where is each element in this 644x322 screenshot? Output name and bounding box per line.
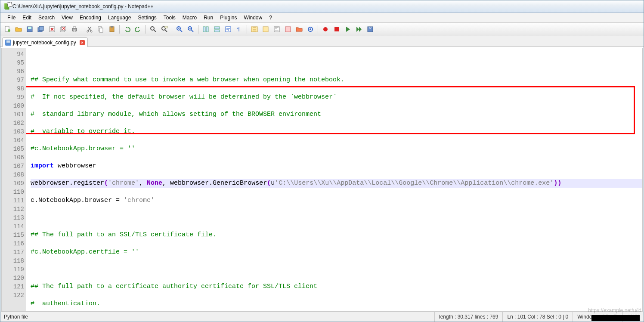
svg-rect-23 xyxy=(203,27,205,32)
menu-help[interactable]: ? xyxy=(266,14,276,22)
close-icon[interactable] xyxy=(47,24,57,34)
svg-rect-17 xyxy=(111,26,113,28)
play-multi-icon[interactable] xyxy=(354,24,364,34)
menu-plugins[interactable]: Plugins xyxy=(217,14,240,22)
redo-icon[interactable] xyxy=(133,24,143,34)
status-bar: Python file length : 30,317 lines : 769 … xyxy=(0,312,644,322)
svg-point-18 xyxy=(151,27,154,30)
svg-point-1 xyxy=(8,29,10,32)
status-language: Python file xyxy=(0,314,31,320)
svg-rect-30 xyxy=(263,27,268,32)
menu-run[interactable]: Run xyxy=(200,14,217,22)
indent-guide-icon[interactable] xyxy=(249,24,260,34)
tab-active[interactable]: jupyter_notebook_config.py × xyxy=(2,37,88,47)
svg-rect-32 xyxy=(285,27,291,32)
editor-area: 94 95 96 97 98 99 100 101 102 103 104 10… xyxy=(1,48,643,312)
paste-icon[interactable] xyxy=(107,24,117,34)
svg-text:¶: ¶ xyxy=(237,27,240,32)
menu-tools[interactable]: Tools xyxy=(160,14,179,22)
status-encoding: ANSI xyxy=(622,312,644,322)
new-file-icon[interactable] xyxy=(2,24,12,34)
svg-rect-26 xyxy=(214,30,220,32)
separator-icon xyxy=(119,25,120,34)
sync-h-icon[interactable] xyxy=(212,24,222,34)
svg-rect-3 xyxy=(28,27,31,29)
svg-rect-15 xyxy=(99,28,103,32)
separator-icon xyxy=(172,25,172,34)
copy-icon[interactable] xyxy=(96,24,106,34)
app-icon xyxy=(3,3,10,10)
status-caret: Ln : 101 Col : 78 Sel : 0 | 0 xyxy=(502,312,573,322)
code-view[interactable]: ## Specify what command to use to invoke… xyxy=(26,48,642,311)
separator-icon xyxy=(247,25,247,34)
save-macro-icon[interactable] xyxy=(365,24,375,34)
status-eol: Windows (CR LF) xyxy=(573,312,622,322)
svg-rect-36 xyxy=(334,27,339,31)
menubar: File Edit Search View Encoding Language … xyxy=(0,13,644,23)
svg-point-35 xyxy=(323,27,328,31)
func-list-icon[interactable] xyxy=(283,24,293,34)
menu-language[interactable]: Language xyxy=(105,14,134,22)
show-all-chars-icon[interactable]: ¶ xyxy=(234,24,245,34)
line-gutter: 94 95 96 97 98 99 100 101 102 103 104 10… xyxy=(2,48,26,311)
menu-encoding[interactable]: Encoding xyxy=(76,14,105,22)
undo-icon[interactable] xyxy=(122,24,132,34)
menu-search[interactable]: Search xyxy=(35,14,58,22)
folder-icon[interactable] xyxy=(294,24,304,34)
menu-edit[interactable]: Edit xyxy=(19,14,35,22)
svg-rect-25 xyxy=(214,27,220,29)
menu-settings[interactable]: Settings xyxy=(134,14,160,22)
tab-bar: jupyter_notebook_config.py × xyxy=(0,36,644,47)
window-title: C:\Users\Xu\.jupyter\jupyter_notebook_co… xyxy=(12,3,154,9)
separator-icon xyxy=(318,25,318,34)
svg-rect-11 xyxy=(73,30,76,32)
save-disk-icon xyxy=(5,40,11,46)
replace-icon[interactable] xyxy=(159,24,170,34)
find-icon[interactable] xyxy=(148,24,158,34)
separator-icon xyxy=(198,25,198,34)
zoom-out-icon[interactable] xyxy=(186,24,196,34)
stop-record-icon[interactable] xyxy=(331,24,342,34)
separator-icon xyxy=(146,25,146,34)
play-icon[interactable] xyxy=(343,24,353,34)
separator-icon xyxy=(82,25,82,34)
wrap-icon[interactable] xyxy=(223,24,233,34)
cut-icon[interactable] xyxy=(84,24,95,34)
menu-view[interactable]: View xyxy=(58,14,76,22)
toolbar: ¶ xyxy=(0,23,644,36)
user-lang-icon[interactable] xyxy=(260,24,271,34)
tab-label: jupyter_notebook_config.py xyxy=(13,40,76,46)
save-all-icon[interactable] xyxy=(36,24,46,34)
zoom-in-icon[interactable] xyxy=(174,24,185,34)
svg-rect-24 xyxy=(206,27,208,32)
svg-rect-27 xyxy=(226,27,231,32)
svg-point-34 xyxy=(310,28,311,30)
open-file-icon[interactable] xyxy=(13,24,24,34)
titlebar[interactable]: C:\Users\Xu\.jupyter\jupyter_notebook_co… xyxy=(0,0,644,13)
tab-close-icon[interactable]: × xyxy=(80,40,85,45)
svg-rect-5 xyxy=(39,26,43,31)
menu-file[interactable]: File xyxy=(4,14,19,22)
doc-map-icon[interactable] xyxy=(272,24,282,34)
record-icon[interactable] xyxy=(320,24,331,34)
status-length: length : 30,317 lines : 769 xyxy=(434,312,502,322)
svg-rect-10 xyxy=(73,27,76,28)
save-icon[interactable] xyxy=(25,24,35,34)
app-window: C:\Users\Xu\.jupyter\jupyter_notebook_co… xyxy=(0,0,644,322)
menu-macro[interactable]: Macro xyxy=(179,14,200,22)
print-icon[interactable] xyxy=(69,24,80,34)
close-all-icon[interactable] xyxy=(58,24,68,34)
svg-rect-20 xyxy=(165,26,167,28)
menu-window[interactable]: Window xyxy=(241,14,266,22)
sync-v-icon[interactable] xyxy=(201,24,211,34)
monitor-icon[interactable] xyxy=(305,24,316,34)
